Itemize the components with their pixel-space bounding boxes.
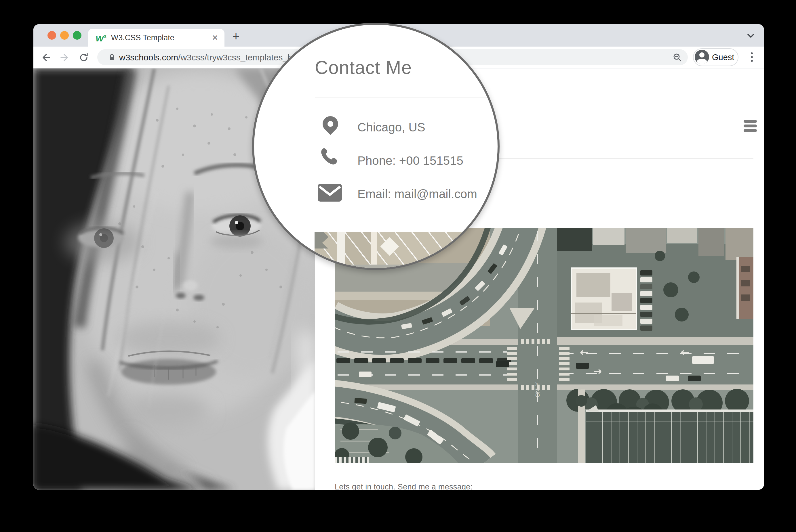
road-marking-text: ONLY	[534, 382, 541, 397]
location-pin-icon	[319, 113, 341, 135]
window-zoom-button[interactable]	[73, 31, 81, 40]
forward-icon[interactable]	[59, 52, 70, 63]
contact-location: Chicago, US	[357, 121, 425, 134]
email-icon	[318, 184, 342, 203]
menu-dots-icon[interactable]	[748, 51, 756, 63]
contact-phone: Phone: +00 151515	[357, 154, 463, 167]
url-text: w3schools.com/w3css/tryw3css_templates_b…	[119, 49, 299, 65]
lock-icon[interactable]	[108, 53, 116, 61]
browser-tab[interactable]: W3 W3.CSS Template ✕	[88, 29, 224, 46]
tab-close-icon[interactable]: ✕	[212, 34, 218, 41]
chevron-down-icon[interactable]	[746, 32, 755, 39]
contact-section-title: Contact Me	[315, 57, 412, 78]
avatar	[695, 50, 709, 64]
tab-title: W3.CSS Template	[111, 33, 212, 42]
window-minimize-button[interactable]	[60, 31, 69, 40]
w3schools-favicon-icon: W3	[95, 33, 107, 43]
contact-email: Email: mail@mail.com	[357, 188, 477, 201]
new-tab-button[interactable]: +	[230, 31, 242, 43]
window-close-button[interactable]	[48, 31, 56, 40]
phone-icon	[319, 147, 340, 170]
profile-label: Guest	[712, 49, 734, 65]
magnifier-circle: Contact Me Chicago, US Phone: +00 151515…	[252, 23, 500, 270]
back-icon[interactable]	[40, 52, 51, 63]
menu-button[interactable]	[743, 118, 757, 134]
profile-chip[interactable]: Guest	[693, 48, 738, 66]
zoom-out-icon[interactable]	[673, 53, 682, 62]
title-divider	[315, 97, 500, 97]
contact-caption: Lets get in touch. Send me a message:	[335, 482, 473, 490]
reload-icon[interactable]	[78, 52, 89, 63]
